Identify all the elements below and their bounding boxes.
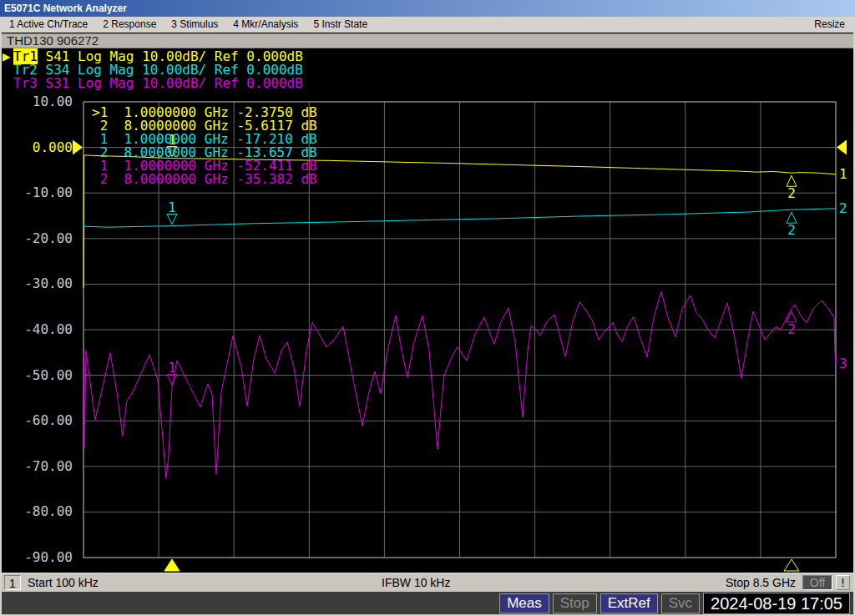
stimulus-status-bar: 1 Start 100 kHz IFBW 10 kHz Stop 8.5 GHz… [2, 573, 853, 591]
y-axis-tick-label: -70.00 [2, 460, 73, 473]
y-axis-tick-label: -60.00 [2, 414, 73, 427]
menu-item-2[interactable]: 2 Response [95, 17, 164, 33]
trace-number-label: 3 [839, 357, 847, 371]
window-title: E5071C Network Analyzer [4, 3, 127, 14]
trace-number-label: 2 [839, 202, 847, 215]
y-axis-tick-label: 0.000 [2, 141, 73, 154]
trace-name: Tr3 [13, 75, 38, 91]
channel-number-badge: 1 [4, 575, 21, 590]
y-axis-tick-label: -90.00 [2, 551, 73, 564]
y-axis-tick-label: -80.00 [2, 505, 73, 518]
marker-triangle [167, 375, 177, 385]
marker-number-label: 2 [787, 185, 796, 201]
marker-number-label: 2 [787, 222, 796, 238]
instrument-status-bar: MeasStopExtRefSvc2024-08-19 17:05 [2, 591, 853, 614]
marker-readout-line: 2 8.0000000 GHz -35.382 dB [92, 173, 317, 186]
y-axis-tick-label: -30.00 [2, 277, 73, 290]
y-axis-tick-label: -10.00 [2, 186, 73, 199]
y-axis-tick-label: -50.00 [2, 369, 73, 382]
marker-number-label: 1 [168, 360, 176, 376]
resize-button[interactable]: Resize [806, 17, 853, 33]
trace-legend-line-tr3[interactable]: Tr3 S31 Log Mag 10.00dB/ Ref 0.000dB [3, 77, 303, 90]
stimulus-marker-icon [784, 559, 799, 571]
status-indicator-extref: ExtRef [600, 593, 658, 613]
y-axis-tick-label: -20.00 [2, 232, 73, 245]
y-axis-tick-label: 10.00 [2, 95, 73, 109]
datetime-display: 2024-08-19 17:05 [703, 593, 850, 614]
menu-item-5[interactable]: 5 Instr State [306, 17, 375, 33]
marker-number-label: 1 [168, 199, 176, 215]
channel-title-bar: THD130 906272 [2, 33, 853, 48]
analyzer-screen: 121212 10.000.000-10.00-20.00-30.00-40.0… [2, 48, 853, 573]
trace-number-label: 1 [839, 168, 847, 181]
reference-level-triangle-left [73, 140, 83, 155]
window-title-bar: E5071C Network Analyzer [0, 0, 855, 17]
active-trace-arrow-icon [3, 77, 13, 90]
stop-frequency-label: Stop 8.5 GHz [726, 576, 796, 589]
start-frequency-label: Start 100 kHz [28, 576, 99, 589]
menu-item-4[interactable]: 4 Mkr/Analysis [225, 17, 306, 33]
application-window: E5071C Network Analyzer 1 Active Ch/Trac… [0, 0, 855, 616]
stimulus-marker-active-icon [164, 559, 180, 571]
reference-level-triangle-right [837, 140, 847, 155]
marker-readout-table: >1 1.0000000 GHz -2.3750 dB 2 8.0000000 … [92, 106, 317, 186]
status-indicator-stop: Stop [553, 593, 597, 613]
marker-triangle [167, 215, 177, 225]
marker-number-label: 2 [787, 321, 796, 337]
channel-title: THD130 906272 [7, 33, 99, 48]
status-indicator-svc: Svc [661, 593, 700, 613]
menu-item-3[interactable]: 3 Stimulus [164, 17, 225, 33]
status-indicator-meas: Meas [499, 593, 549, 613]
menu-bar: 1 Active Ch/Trace2 Response3 Stimulus4 M… [2, 17, 853, 33]
trace-legend: ▶Tr1 S41 Log Mag 10.00dB/ Ref 0.000dB Tr… [3, 50, 303, 90]
trigger-off-indicator: Off [802, 575, 832, 590]
trace-format-text: S31 Log Mag 10.00dB/ Ref 0.000dB [38, 75, 303, 91]
ifbw-label: IFBW 10 kHz [382, 576, 450, 589]
alert-button[interactable]: ! [836, 575, 850, 590]
menu-item-1[interactable]: 1 Active Ch/Trace [2, 17, 95, 33]
y-axis-tick-label: -40.00 [2, 323, 73, 336]
